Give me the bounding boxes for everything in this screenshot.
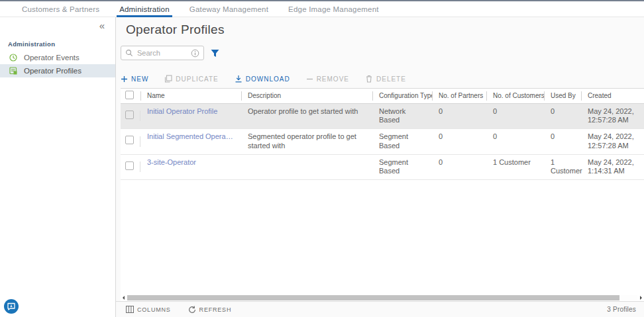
tab-gateway-management[interactable]: Gateway Management xyxy=(180,1,278,17)
cell-used-by: 0 xyxy=(544,129,581,155)
duplicate-button: DUPLICATE xyxy=(164,75,218,83)
profile-name-link[interactable]: 3-site-Operator xyxy=(147,158,235,167)
filter-funnel-icon[interactable] xyxy=(211,49,219,58)
column-header-description[interactable]: Description xyxy=(241,89,372,103)
scrollbar-track[interactable] xyxy=(127,295,637,300)
table-row[interactable]: Initial Segmented Operator Profile Segme… xyxy=(121,129,644,155)
profile-name-link[interactable]: Initial Segmented Operator Profile xyxy=(147,132,235,142)
column-header-configuration-type[interactable]: Configuration Type xyxy=(372,89,432,103)
grid-footer: COLUMNS REFRESH 3 Profiles xyxy=(116,301,644,317)
columns-icon xyxy=(126,306,134,313)
column-header-no-of-partners[interactable]: No. of Partners xyxy=(432,89,486,103)
cell-no-of-partners: 0 xyxy=(432,154,486,180)
search-input-container xyxy=(121,46,204,60)
cell-configuration-type: Segment Based xyxy=(372,154,432,180)
page-title: Operator Profiles xyxy=(126,23,644,37)
download-icon xyxy=(235,75,242,83)
refresh-icon xyxy=(188,306,196,314)
tab-customers-partners[interactable]: Customers & Partners xyxy=(12,1,109,17)
cell-description: Segmented operator profile to get starte… xyxy=(241,129,372,155)
row-count-label: 3 Profiles xyxy=(607,306,636,313)
sidebar-section-label: Administration xyxy=(8,40,115,48)
cell-used-by: 1 Customer xyxy=(544,154,581,180)
cell-description: Operator profile to get started with xyxy=(241,103,372,129)
sidebar-item-label: Operator Profiles xyxy=(24,67,81,75)
minus-icon xyxy=(306,75,313,83)
new-button[interactable]: NEW xyxy=(121,75,148,83)
cell-no-of-partners: 0 xyxy=(432,129,486,155)
scroll-left-arrow-icon[interactable] xyxy=(123,296,125,300)
cell-description xyxy=(241,154,372,180)
cell-created: May 24, 2022, 12:57:28 AM xyxy=(581,129,644,155)
cell-configuration-type: Segment Based xyxy=(372,129,432,155)
select-all-checkbox[interactable] xyxy=(125,91,134,99)
delete-button: DELETE xyxy=(365,75,406,83)
column-header-used-by[interactable]: Used By xyxy=(544,89,581,103)
download-button[interactable]: DOWNLOAD xyxy=(235,75,290,83)
trash-icon xyxy=(365,75,373,83)
operator-events-icon xyxy=(9,53,18,62)
row-checkbox[interactable] xyxy=(125,161,134,170)
cell-created: May 24, 2022, 1:14:31 AM xyxy=(581,154,644,180)
info-icon[interactable] xyxy=(191,49,199,58)
cell-no-of-customers: 1 Customer xyxy=(486,154,544,180)
remove-button: REMOVE xyxy=(306,75,349,83)
grid-toolbar: NEW DUPLICATE DOWNLOAD xyxy=(121,75,644,83)
main-content: Operator Profiles xyxy=(116,17,644,317)
grid-empty-area xyxy=(121,180,644,294)
tab-edge-image-management[interactable]: Edge Image Management xyxy=(278,1,389,17)
cell-no-of-customers: 0 xyxy=(486,129,544,155)
search-input[interactable] xyxy=(136,48,188,58)
scrollbar-thumb[interactable] xyxy=(127,295,619,300)
profile-name-link[interactable]: Initial Operator Profile xyxy=(147,107,235,116)
column-header-created[interactable]: Created xyxy=(581,89,644,103)
table-header-row: Name Description Configuration Type No. … xyxy=(121,89,644,103)
feedback-bubble-icon[interactable] xyxy=(3,298,19,314)
data-grid: Name Description Configuration Type No. … xyxy=(121,88,644,301)
table-row[interactable]: 3-site-Operator Segment Based 0 1 Custom… xyxy=(121,154,644,180)
cell-no-of-partners: 0 xyxy=(432,103,486,129)
column-header-name[interactable]: Name xyxy=(140,89,241,103)
tab-administration[interactable]: Administration xyxy=(109,1,180,17)
cell-used-by: 0 xyxy=(544,103,581,129)
cell-configuration-type: Network Based xyxy=(372,103,432,129)
scroll-right-arrow-icon[interactable] xyxy=(640,296,642,300)
top-navigation: Customers & Partners Administration Gate… xyxy=(0,1,644,17)
sidebar-item-operator-profiles[interactable]: Operator Profiles xyxy=(0,64,115,77)
plus-icon xyxy=(121,75,128,83)
row-checkbox[interactable] xyxy=(125,111,134,119)
column-header-no-of-customers[interactable]: No. of Customers xyxy=(486,89,544,103)
row-checkbox[interactable] xyxy=(125,136,134,144)
cell-created: May 24, 2022, 12:57:28 AM xyxy=(581,103,644,129)
sidebar-collapse-icon[interactable]: « xyxy=(99,21,105,30)
app-window: Customers & Partners Administration Gate… xyxy=(0,0,644,317)
table-row[interactable]: Initial Operator Profile Operator profil… xyxy=(121,103,644,129)
sidebar: « Administration Operator Events Operato… xyxy=(0,17,116,317)
sidebar-item-operator-events[interactable]: Operator Events xyxy=(0,51,115,64)
duplicate-icon xyxy=(164,75,172,83)
columns-button[interactable]: COLUMNS xyxy=(126,306,171,313)
search-icon xyxy=(125,49,133,57)
operator-profiles-icon xyxy=(9,66,18,75)
horizontal-scrollbar[interactable] xyxy=(121,294,644,301)
cell-no-of-customers: 0 xyxy=(486,103,544,129)
refresh-button[interactable]: REFRESH xyxy=(188,306,232,314)
sidebar-item-label: Operator Events xyxy=(24,54,80,62)
